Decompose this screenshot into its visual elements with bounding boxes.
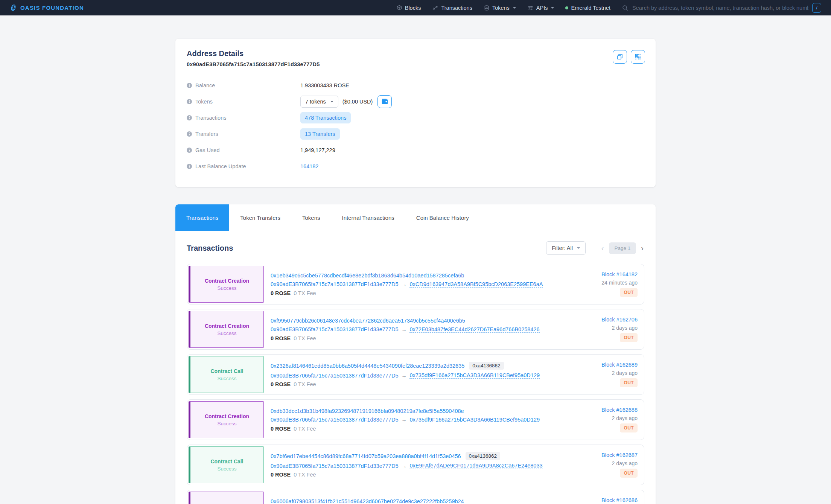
pagination: ‹ Page 1 › [600,242,645,254]
brand-logo[interactable]: OASIS FOUNDATION [10,4,84,11]
transactions-count-badge[interactable]: 478 Transactions [300,112,351,123]
balance-value: 1.933003433 ROSE [300,82,349,88]
balance-row: Balance 1.933003433 ROSE [187,77,644,93]
tx-block-link[interactable]: Block #162687 [601,452,638,458]
tx-from-address-link[interactable]: 0x90adE3B7065fa715c7a150313877dF1d33e777… [271,463,398,469]
qr-code-icon [635,53,641,60]
tx-block-link[interactable]: Block #162688 [601,407,638,413]
tx-to-address-link[interactable]: 0x735df9F166a2715bCA3D3A66B119CBef95a0D1… [409,417,540,423]
tx-age: 2 days ago [612,460,638,466]
tx-status-block: Contract Call Success [189,446,264,483]
arrow-right-icon: → [401,326,406,332]
tx-hash-link[interactable]: 0x2326af8146461edd85a0bb6a505f4d4448e543… [271,363,464,369]
arrow-right-icon: → [401,417,406,423]
current-page-button[interactable]: Page 1 [609,242,636,254]
tx-fee: 0 TX Fee [294,426,316,432]
nav-label: APIs [536,5,548,11]
filter-dropdown[interactable]: Filter: All [546,241,586,255]
prev-page-button[interactable]: ‹ [600,244,606,253]
blocks-cube-icon [396,5,402,11]
oasis-logo-icon [10,4,17,11]
transaction-tile: Contract Creation Success 0xf9950779cbb2… [187,309,644,350]
tab-transactions[interactable]: Transactions [175,204,229,231]
last-balance-update-block-link[interactable]: 164182 [300,163,318,169]
nav-label: Tokens [492,5,510,11]
network-dot-icon [565,6,568,9]
tx-method-badge: 0xa4136862 [469,362,504,370]
transactions-row: Transactions 478 Transactions [187,110,644,126]
chevron-down-icon [330,101,333,102]
tx-to-address-link[interactable]: 0xE9FAfe7dADe9CF0171d9A9D9A8c2Ca67E24e80… [409,463,542,469]
arrow-right-icon: → [401,281,406,287]
nav-item-network[interactable]: Emerald Testnet [565,5,610,11]
arrow-right-icon: → [401,463,406,469]
tx-from-address-link[interactable]: 0x90adE3B7065fa715c7a150313877dF1d33e777… [271,373,398,379]
tx-age: 2 days ago [612,325,638,331]
tx-status-block: Contract Creation Success [189,311,264,348]
info-icon [187,131,192,137]
tx-block-link[interactable]: Block #164182 [601,271,638,277]
info-icon [187,99,192,104]
tx-direction-badge: OUT [620,288,638,297]
tab-coin-balance-history[interactable]: Coin Balance History [405,204,480,231]
transfers-row: Transfers 13 Transfers [187,126,644,142]
tx-status-block: Contract Call Success [189,356,264,393]
nav-item-transactions[interactable]: Transactions [432,5,472,11]
search-input[interactable] [632,5,808,11]
tx-block-link[interactable]: Block #162706 [601,317,638,323]
tx-type-label: Contract Call [210,458,243,464]
tx-hash-link[interactable]: 0x1eb349c6c5cbe5778cdbecdf46e8e2bdf3b186… [271,273,464,279]
tx-hash-link[interactable]: 0xf9950779cbb26c06148e37cdc4bea772862cd6… [271,318,465,324]
tx-block-link[interactable]: Block #162689 [601,362,638,368]
balance-label: Balance [187,82,300,88]
nav-menu: Blocks Transactions Tokens APIs Emerald … [396,3,821,13]
wallet-button[interactable] [377,95,392,108]
tx-to-address-link[interactable]: 0x72E03b487fe3EC44d2627D67Ea96d766B02584… [409,326,539,333]
tx-status-block: Contract Creation Success [189,492,264,504]
tx-to-address-link[interactable]: 0x735df9F166a2715bCA3D3A66B119CBef95a0D1… [409,372,540,379]
gas-used-label: Gas Used [187,147,300,153]
tx-hash-link[interactable]: 0x6006af079803513f41fb21c551d96423d6067b… [271,498,464,504]
transactions-section-header: Transactions Filter: All ‹ Page 1 › [175,231,656,264]
last-balance-update-row: Last Balance Update 164182 [187,158,644,174]
tab-token-transfers[interactable]: Token Transfers [229,204,291,231]
tx-from-address-link[interactable]: 0x90adE3B7065fa715c7a150313877dF1d33e777… [271,326,398,332]
copy-address-button[interactable] [613,50,627,64]
tx-hash-link[interactable]: 0x7bf6ed17ebe4454c86d89fc68a7714fd07b59a… [271,453,461,459]
tx-from-address-link[interactable]: 0x90adE3B7065fa715c7a150313877dF1d33e777… [271,417,398,423]
tx-status-label: Success [217,330,236,336]
tx-age: 24 minutes ago [601,280,638,286]
nav-item-blocks[interactable]: Blocks [396,5,421,11]
tx-direction-badge: OUT [620,423,638,432]
transaction-list: Contract Creation Success 0x1eb349c6c5cb… [175,264,656,504]
tx-value: 0 ROSE [271,426,291,432]
arrow-right-icon: → [401,373,406,379]
nav-item-apis[interactable]: APIs [527,5,554,11]
search-icon [622,5,629,11]
tx-from-address-link[interactable]: 0x90adE3B7065fa715c7a150313877dF1d33e777… [271,281,398,287]
chevron-down-icon [513,7,516,9]
tx-hash-link[interactable]: 0xdb33dcc1d3b31b498fa9232694871919166bfa… [271,408,464,414]
transaction-tile: Contract Creation Success 0x1eb349c6c5cb… [187,264,644,305]
tx-value: 0 ROSE [271,472,291,478]
tx-direction-badge: OUT [620,333,638,342]
tab-tokens[interactable]: Tokens [291,204,331,231]
address-hash: 0x90adE3B7065fa715c7a150313877dF1d33e777… [187,61,644,67]
transfers-count-badge[interactable]: 13 Transfers [300,128,340,140]
tx-block-link[interactable]: Block #162686 [601,497,638,503]
transactions-arrows-icon [432,5,438,11]
last-balance-update-label: Last Balance Update [187,163,300,169]
address-details-card: Address Details 0x90adE3B7065fa715c7a150… [175,39,656,187]
tab-internal-transactions[interactable]: Internal Transactions [331,204,405,231]
tokens-dropdown[interactable]: 7 tokens [300,96,338,108]
chevron-down-icon [551,7,554,9]
gas-used-value: 1,949,127,229 [300,147,335,153]
tx-fee: 0 TX Fee [294,335,316,341]
transaction-tile: Contract Call Success 0x7bf6ed17ebe4454c… [187,445,644,485]
next-page-button[interactable]: › [639,244,645,253]
search-bar: / [622,3,821,13]
nav-item-tokens[interactable]: Tokens [484,5,516,11]
qr-code-button[interactable] [631,50,645,64]
tx-to-address-link[interactable]: 0xCD9d163947d3A58A9Bf5C95bcD2063E2599EE6… [409,281,543,288]
tx-fee: 0 TX Fee [294,290,316,296]
